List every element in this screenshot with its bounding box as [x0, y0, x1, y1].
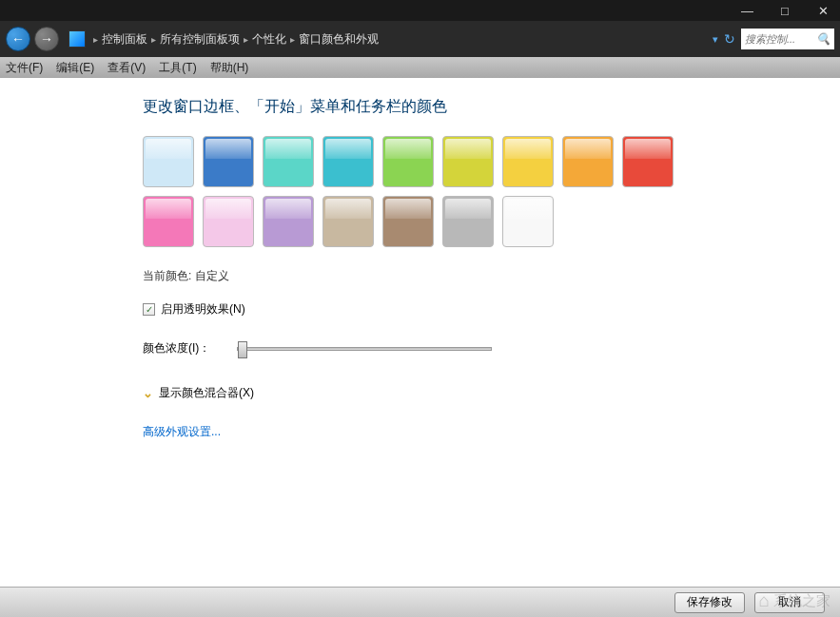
color-swatch[interactable] — [442, 136, 494, 187]
menu-edit[interactable]: 编辑(E) — [56, 60, 94, 76]
maximize-button[interactable]: □ — [779, 4, 791, 18]
close-button[interactable]: ✕ — [817, 4, 829, 18]
app-icon — [68, 30, 86, 48]
current-color-label: 当前颜色: 自定义 — [143, 268, 821, 284]
titlebar: — □ ✕ — [0, 0, 840, 21]
breadcrumb-item[interactable]: 所有控制面板项 — [160, 31, 240, 48]
save-button[interactable]: 保存修改 — [674, 592, 745, 613]
search-icon[interactable]: 🔍 — [816, 32, 830, 46]
search-input[interactable] — [745, 33, 811, 45]
intensity-slider[interactable] — [237, 347, 492, 351]
transparency-label: 启用透明效果(N) — [161, 301, 245, 318]
footer: 保存修改 取消 ⌂ 系统之家 — [0, 587, 840, 617]
color-swatches — [143, 136, 685, 247]
chevron-right-icon: ▸ — [244, 34, 248, 45]
navbar: ← → ▸ 控制面板 ▸ 所有控制面板项 ▸ 个性化 ▸ 窗口颜色和外观 ▾ ↻… — [0, 21, 840, 57]
color-swatch[interactable] — [502, 136, 554, 187]
search-box[interactable]: 🔍 — [741, 29, 834, 49]
chevron-right-icon: ▸ — [151, 34, 156, 45]
breadcrumb-item[interactable]: 窗口颜色和外观 — [299, 31, 379, 48]
menu-file[interactable]: 文件(F) — [6, 60, 43, 76]
color-swatch[interactable] — [322, 136, 374, 187]
refresh-icon[interactable]: ↻ — [724, 31, 735, 47]
color-swatch[interactable] — [322, 196, 374, 247]
intensity-row: 颜色浓度(I)： — [143, 340, 821, 357]
color-swatch[interactable] — [622, 136, 674, 187]
page-title: 更改窗口边框、「开始」菜单和任务栏的颜色 — [143, 97, 821, 117]
advanced-appearance-link[interactable]: 高级外观设置... — [143, 425, 221, 438]
color-swatch[interactable] — [562, 136, 614, 187]
transparency-row: ✓ 启用透明效果(N) — [143, 301, 821, 318]
menu-tools[interactable]: 工具(T) — [159, 60, 196, 76]
slider-thumb[interactable] — [238, 341, 247, 358]
color-swatch[interactable] — [203, 196, 254, 247]
color-swatch[interactable] — [203, 136, 254, 187]
color-swatch[interactable] — [382, 196, 434, 247]
nav-right: ▾ ↻ 🔍 — [713, 29, 834, 49]
chevron-right-icon: ▸ — [290, 34, 295, 45]
menu-view[interactable]: 查看(V) — [107, 60, 146, 76]
arrow-left-icon: ← — [11, 31, 25, 47]
color-swatch[interactable] — [263, 136, 314, 187]
minimize-button[interactable]: — — [741, 4, 752, 18]
arrow-right-icon: → — [40, 31, 53, 47]
menu-help[interactable]: 帮助(H) — [210, 60, 249, 76]
color-swatch[interactable] — [263, 196, 314, 247]
cancel-button[interactable]: 取消 — [754, 592, 825, 613]
color-swatch[interactable] — [382, 136, 434, 187]
dropdown-icon[interactable]: ▾ — [713, 33, 718, 46]
chevron-down-icon: ⌄ — [143, 386, 153, 400]
forward-button[interactable]: → — [34, 27, 59, 51]
breadcrumb-item[interactable]: 个性化 — [252, 31, 286, 48]
intensity-label: 颜色浓度(I)： — [143, 340, 210, 357]
color-swatch[interactable] — [143, 136, 194, 187]
mixer-label: 显示颜色混合器(X) — [159, 385, 254, 401]
color-swatch[interactable] — [442, 196, 494, 247]
transparency-checkbox[interactable]: ✓ — [143, 303, 155, 316]
breadcrumb-item[interactable]: 控制面板 — [102, 31, 147, 48]
menubar: 文件(F) 编辑(E) 查看(V) 工具(T) 帮助(H) — [0, 57, 840, 78]
back-button[interactable]: ← — [6, 27, 30, 51]
content-area: 更改窗口边框、「开始」菜单和任务栏的颜色 当前颜色: 自定义 ✓ 启用透明效果(… — [0, 78, 840, 587]
color-swatch[interactable] — [143, 196, 194, 247]
color-mixer-expander[interactable]: ⌄ 显示颜色混合器(X) — [143, 385, 821, 401]
color-swatch[interactable] — [502, 196, 554, 247]
chevron-right-icon: ▸ — [93, 34, 98, 45]
breadcrumb: ▸ 控制面板 ▸ 所有控制面板项 ▸ 个性化 ▸ 窗口颜色和外观 — [93, 31, 709, 48]
